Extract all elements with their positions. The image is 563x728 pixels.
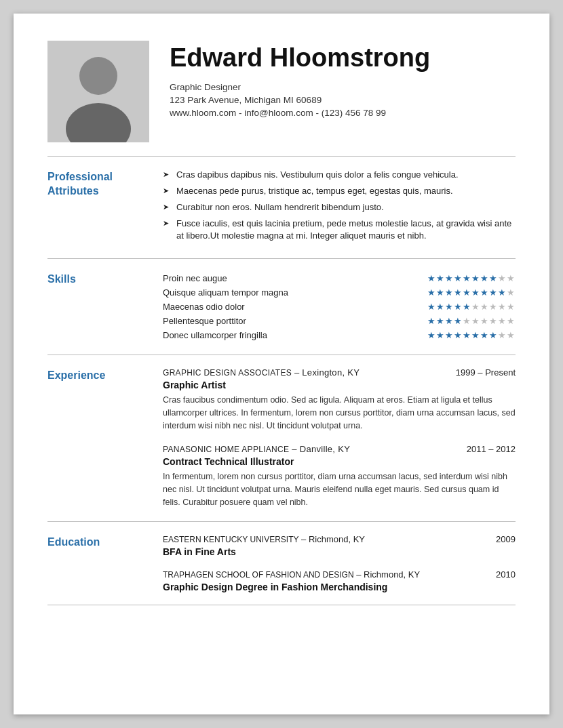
exp-date: 2011 – 2012: [467, 444, 516, 454]
professional-label: ProfessionalAttributes: [47, 169, 163, 246]
professional-content: Cras dapibus dapibus nis. Vestibulum qui…: [163, 169, 516, 246]
skills-label-text: Skills: [47, 273, 76, 285]
skill-row: Pellentesque porttitor★★★★★★★★★★: [163, 314, 516, 328]
skill-stars: ★★★★★★★★★★: [374, 271, 516, 285]
skills-content: Proin nec augue★★★★★★★★★★Quisque aliquam…: [163, 271, 516, 342]
education-section: Education Eastern Kentucky University – …: [47, 521, 516, 605]
skill-row: Donec ullamcorper fringilla★★★★★★★★★★: [163, 328, 516, 342]
exp-header: Panasonic Home Appliance – Danville, KY …: [163, 444, 516, 454]
skill-name: Donec ullamcorper fringilla: [163, 328, 374, 342]
address: 123 Park Avenue, Michigan MI 60689: [170, 95, 516, 105]
header-section: Edward Hloomstrong Graphic Designer 123 …: [47, 41, 516, 142]
skill-stars: ★★★★★★★★★★: [374, 285, 516, 300]
experience-section: Experience Graphic Design Associates – L…: [47, 355, 516, 521]
skill-row: Proin nec augue★★★★★★★★★★: [163, 271, 516, 285]
skills-label: Skills: [47, 271, 163, 342]
attribute-item: Cras dapibus dapibus nis. Vestibulum qui…: [163, 169, 516, 182]
exp-description: In fermentum, lorem non cursus porttitor…: [163, 470, 516, 508]
experience-label-text: Experience: [47, 369, 105, 381]
header-info: Edward Hloomstrong Graphic Designer 123 …: [170, 41, 516, 142]
skill-name: Quisque aliquam tempor magna: [163, 285, 374, 300]
attribute-item: Curabitur non eros. Nullam hendrerit bib…: [163, 201, 516, 214]
experience-entry: Panasonic Home Appliance – Danville, KY …: [163, 444, 516, 508]
exp-header: Graphic Design Associates – Lexington, K…: [163, 367, 516, 378]
skills-section: Skills Proin nec augue★★★★★★★★★★Quisque …: [47, 258, 516, 355]
education-entry: Traphagen School of Fashion and Design –…: [163, 569, 516, 592]
skill-stars: ★★★★★★★★★★: [374, 300, 516, 314]
edu-degree: Graphic Design Degree in Fashion Merchan…: [163, 582, 516, 592]
svg-point-1: [79, 57, 117, 95]
job-title: Graphic Designer: [170, 82, 516, 92]
edu-school: Traphagen School of Fashion and Design –…: [163, 569, 420, 580]
edu-header: Traphagen School of Fashion and Design –…: [163, 569, 516, 580]
professional-section: ProfessionalAttributes Cras dapibus dapi…: [47, 156, 516, 258]
skill-name: Pellentesque porttitor: [163, 314, 374, 328]
edu-year: 2010: [496, 569, 516, 580]
contact-info: www.hloom.com - info@hloom.com - (123) 4…: [170, 108, 516, 118]
skill-stars: ★★★★★★★★★★: [374, 328, 516, 342]
skill-row: Quisque aliquam tempor magna★★★★★★★★★★: [163, 285, 516, 300]
exp-company: Graphic Design Associates – Lexington, K…: [163, 367, 360, 378]
candidate-name: Edward Hloomstrong: [170, 44, 516, 73]
education-label-text: Education: [47, 536, 100, 548]
skill-name: Maecenas odio dolor: [163, 300, 374, 314]
skill-name: Proin nec augue: [163, 271, 374, 285]
attribute-item: Maecenas pede purus, tristique ac, tempu…: [163, 185, 516, 198]
exp-company: Panasonic Home Appliance – Danville, KY: [163, 444, 350, 454]
education-entry: Eastern Kentucky University – Richmond, …: [163, 534, 516, 557]
attributes-list: Cras dapibus dapibus nis. Vestibulum qui…: [163, 169, 516, 243]
resume-document: Edward Hloomstrong Graphic Designer 123 …: [14, 14, 549, 714]
edu-degree: BFA in Fine Arts: [163, 546, 516, 557]
exp-description: Cras faucibus condimentum odio. Sed ac l…: [163, 394, 516, 432]
skill-stars: ★★★★★★★★★★: [374, 314, 516, 328]
experience-entry: Graphic Design Associates – Lexington, K…: [163, 367, 516, 432]
edu-header: Eastern Kentucky University – Richmond, …: [163, 534, 516, 544]
edu-school: Eastern Kentucky University – Richmond, …: [163, 534, 365, 544]
skills-table: Proin nec augue★★★★★★★★★★Quisque aliquam…: [163, 271, 516, 342]
exp-date: 1999 – Present: [456, 367, 516, 378]
education-label: Education: [47, 534, 163, 592]
professional-label-text: ProfessionalAttributes: [47, 171, 113, 197]
skill-row: Maecenas odio dolor★★★★★★★★★★: [163, 300, 516, 314]
education-content: Eastern Kentucky University – Richmond, …: [163, 534, 516, 592]
avatar: [47, 41, 149, 142]
exp-role: Graphic Artist: [163, 380, 516, 390]
attribute-item: Fusce iaculis, est quis lacinia pretium,…: [163, 218, 516, 243]
exp-role: Contract Technical Illustrator: [163, 456, 516, 467]
experience-label: Experience: [47, 367, 163, 509]
edu-year: 2009: [496, 534, 516, 544]
experience-content: Graphic Design Associates – Lexington, K…: [163, 367, 516, 509]
